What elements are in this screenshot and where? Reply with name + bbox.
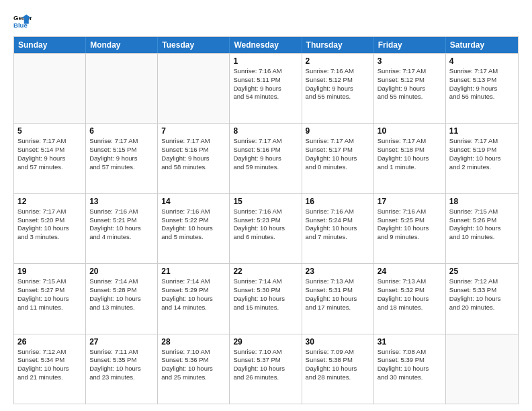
calendar-cell: 16Sunrise: 7:16 AM Sunset: 5:24 PM Dayli… [302, 194, 374, 263]
calendar-cell: 30Sunrise: 7:09 AM Sunset: 5:38 PM Dayli… [302, 334, 374, 404]
day-info: Sunrise: 7:13 AM Sunset: 5:31 PM Dayligh… [306, 277, 370, 312]
day-number: 7 [161, 126, 226, 136]
day-info: Sunrise: 7:14 AM Sunset: 5:30 PM Dayligh… [233, 277, 298, 312]
calendar-cell: 8Sunrise: 7:17 AM Sunset: 5:16 PM Daylig… [230, 124, 302, 193]
calendar-cell: 5Sunrise: 7:17 AM Sunset: 5:14 PM Daylig… [14, 124, 86, 193]
calendar-cell: 11Sunrise: 7:17 AM Sunset: 5:19 PM Dayli… [446, 124, 518, 193]
calendar-cell: 27Sunrise: 7:11 AM Sunset: 5:35 PM Dayli… [86, 334, 158, 404]
day-number: 2 [306, 56, 370, 66]
day-info: Sunrise: 7:16 AM Sunset: 5:12 PM Dayligh… [306, 67, 370, 101]
calendar-cell: 15Sunrise: 7:16 AM Sunset: 5:23 PM Dayli… [230, 194, 302, 263]
calendar-cell: 22Sunrise: 7:14 AM Sunset: 5:30 PM Dayli… [230, 264, 302, 333]
cal-header-day: Tuesday [158, 37, 230, 53]
day-number: 22 [233, 267, 298, 276]
day-number: 20 [89, 267, 154, 276]
calendar: SundayMondayTuesdayWednesdayThursdayFrid… [13, 36, 519, 404]
day-info: Sunrise: 7:17 AM Sunset: 5:14 PM Dayligh… [17, 137, 82, 171]
calendar-cell: 18Sunrise: 7:15 AM Sunset: 5:26 PM Dayli… [446, 194, 518, 263]
calendar-cell [86, 54, 158, 123]
day-info: Sunrise: 7:17 AM Sunset: 5:20 PM Dayligh… [17, 208, 82, 242]
calendar-cell: 4Sunrise: 7:17 AM Sunset: 5:13 PM Daylig… [446, 54, 518, 123]
day-info: Sunrise: 7:08 AM Sunset: 5:39 PM Dayligh… [378, 348, 442, 382]
day-info: Sunrise: 7:16 AM Sunset: 5:22 PM Dayligh… [161, 208, 226, 242]
calendar-cell: 7Sunrise: 7:17 AM Sunset: 5:16 PM Daylig… [158, 124, 230, 193]
day-info: Sunrise: 7:12 AM Sunset: 5:33 PM Dayligh… [449, 277, 515, 312]
day-number: 30 [306, 337, 370, 347]
day-info: Sunrise: 7:14 AM Sunset: 5:29 PM Dayligh… [161, 277, 226, 312]
calendar-cell: 24Sunrise: 7:13 AM Sunset: 5:32 PM Dayli… [374, 264, 446, 333]
calendar-cell: 6Sunrise: 7:17 AM Sunset: 5:15 PM Daylig… [86, 124, 158, 193]
calendar-cell: 25Sunrise: 7:12 AM Sunset: 5:33 PM Dayli… [446, 264, 518, 333]
day-number: 12 [17, 197, 82, 206]
day-info: Sunrise: 7:15 AM Sunset: 5:27 PM Dayligh… [17, 277, 82, 312]
day-info: Sunrise: 7:15 AM Sunset: 5:26 PM Dayligh… [449, 208, 515, 242]
day-number: 17 [378, 197, 442, 206]
day-info: Sunrise: 7:14 AM Sunset: 5:28 PM Dayligh… [89, 277, 154, 312]
day-info: Sunrise: 7:16 AM Sunset: 5:24 PM Dayligh… [306, 208, 370, 242]
day-info: Sunrise: 7:16 AM Sunset: 5:21 PM Dayligh… [89, 208, 154, 242]
calendar-row: 12Sunrise: 7:17 AM Sunset: 5:20 PM Dayli… [14, 193, 518, 263]
calendar-header: SundayMondayTuesdayWednesdayThursdayFrid… [14, 37, 518, 53]
day-number: 31 [378, 337, 442, 347]
day-number: 18 [449, 197, 515, 206]
cal-header-day: Friday [374, 37, 446, 53]
calendar-cell: 2Sunrise: 7:16 AM Sunset: 5:12 PM Daylig… [302, 54, 374, 123]
calendar-row: 26Sunrise: 7:12 AM Sunset: 5:34 PM Dayli… [14, 334, 518, 404]
day-info: Sunrise: 7:13 AM Sunset: 5:32 PM Dayligh… [378, 277, 442, 312]
calendar-cell: 10Sunrise: 7:17 AM Sunset: 5:18 PM Dayli… [374, 124, 446, 193]
cal-header-day: Thursday [302, 37, 374, 53]
day-info: Sunrise: 7:17 AM Sunset: 5:16 PM Dayligh… [161, 137, 226, 171]
day-number: 24 [378, 267, 442, 276]
day-number: 19 [17, 267, 82, 276]
calendar-cell [14, 54, 86, 123]
calendar-cell: 20Sunrise: 7:14 AM Sunset: 5:28 PM Dayli… [86, 264, 158, 333]
cal-header-day: Saturday [446, 37, 518, 53]
day-info: Sunrise: 7:16 AM Sunset: 5:11 PM Dayligh… [233, 67, 298, 101]
calendar-cell [158, 54, 230, 123]
day-number: 6 [89, 126, 154, 136]
calendar-cell: 14Sunrise: 7:16 AM Sunset: 5:22 PM Dayli… [158, 194, 230, 263]
logo-icon: General Blue [13, 12, 32, 31]
day-number: 27 [89, 337, 154, 347]
day-info: Sunrise: 7:16 AM Sunset: 5:25 PM Dayligh… [378, 208, 442, 242]
day-info: Sunrise: 7:09 AM Sunset: 5:38 PM Dayligh… [306, 348, 370, 382]
day-info: Sunrise: 7:17 AM Sunset: 5:13 PM Dayligh… [449, 67, 515, 101]
calendar-cell: 17Sunrise: 7:16 AM Sunset: 5:25 PM Dayli… [374, 194, 446, 263]
cal-header-day: Monday [86, 37, 158, 53]
day-info: Sunrise: 7:17 AM Sunset: 5:12 PM Dayligh… [378, 67, 442, 101]
day-number: 10 [378, 126, 442, 136]
calendar-cell: 13Sunrise: 7:16 AM Sunset: 5:21 PM Dayli… [86, 194, 158, 263]
calendar-cell: 19Sunrise: 7:15 AM Sunset: 5:27 PM Dayli… [14, 264, 86, 333]
day-info: Sunrise: 7:16 AM Sunset: 5:23 PM Dayligh… [233, 208, 298, 242]
calendar-cell: 12Sunrise: 7:17 AM Sunset: 5:20 PM Dayli… [14, 194, 86, 263]
day-info: Sunrise: 7:17 AM Sunset: 5:17 PM Dayligh… [306, 137, 370, 171]
calendar-cell [446, 334, 518, 404]
day-info: Sunrise: 7:17 AM Sunset: 5:16 PM Dayligh… [233, 137, 298, 171]
cal-header-day: Sunday [14, 37, 86, 53]
day-number: 21 [161, 267, 226, 276]
calendar-cell: 29Sunrise: 7:10 AM Sunset: 5:37 PM Dayli… [230, 334, 302, 404]
day-number: 28 [161, 337, 226, 347]
day-number: 1 [233, 56, 298, 66]
calendar-body: 1Sunrise: 7:16 AM Sunset: 5:11 PM Daylig… [14, 53, 518, 404]
day-number: 9 [306, 126, 370, 136]
day-number: 3 [378, 56, 442, 66]
day-number: 23 [306, 267, 370, 276]
calendar-cell: 1Sunrise: 7:16 AM Sunset: 5:11 PM Daylig… [230, 54, 302, 123]
day-number: 4 [449, 56, 515, 66]
page: General Blue SundayMondayTuesdayWednesda… [0, 0, 532, 411]
day-number: 26 [17, 337, 82, 347]
day-number: 29 [233, 337, 298, 347]
day-info: Sunrise: 7:17 AM Sunset: 5:18 PM Dayligh… [378, 137, 442, 171]
day-number: 25 [449, 267, 515, 276]
day-number: 14 [161, 197, 226, 206]
calendar-row: 1Sunrise: 7:16 AM Sunset: 5:11 PM Daylig… [14, 53, 518, 123]
day-number: 16 [306, 197, 370, 206]
calendar-cell: 3Sunrise: 7:17 AM Sunset: 5:12 PM Daylig… [374, 54, 446, 123]
day-number: 15 [233, 197, 298, 206]
day-info: Sunrise: 7:11 AM Sunset: 5:35 PM Dayligh… [89, 348, 154, 382]
calendar-cell: 28Sunrise: 7:10 AM Sunset: 5:36 PM Dayli… [158, 334, 230, 404]
day-info: Sunrise: 7:12 AM Sunset: 5:34 PM Dayligh… [17, 348, 82, 382]
day-info: Sunrise: 7:17 AM Sunset: 5:19 PM Dayligh… [449, 137, 515, 171]
day-number: 5 [17, 126, 82, 136]
